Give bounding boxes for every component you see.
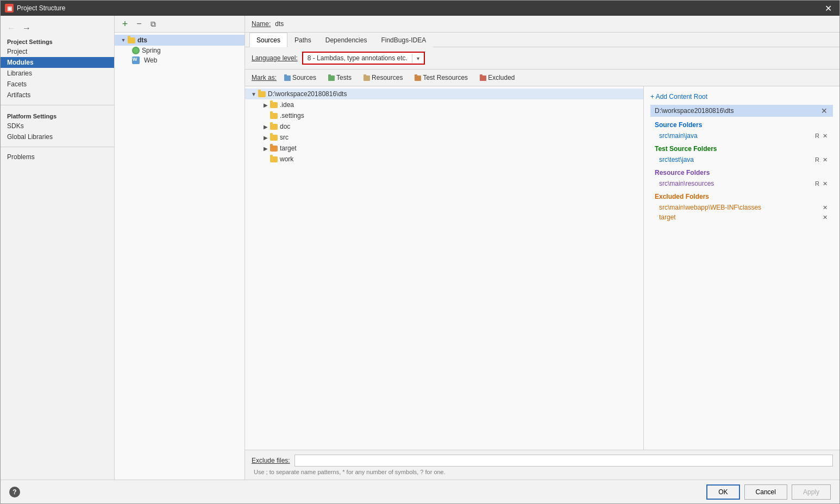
resource-folder-remove-button-0[interactable]: ✕ — [822, 180, 829, 187]
exclude-files-label: Exclude files: — [252, 457, 290, 464]
file-tree-panel: ▼ D:\workspace20180816\dts ▶ .idea — [245, 86, 644, 450]
language-level-arrow: ▾ — [412, 54, 424, 63]
test-source-folder-path-0: src\test\java — [659, 156, 814, 163]
test-source-folder-r-button-0[interactable]: R — [814, 156, 820, 163]
language-level-bar: Language level: 8 - Lambdas, type annota… — [245, 47, 839, 70]
sidebar-item-artifacts[interactable]: Artifacts — [1, 90, 114, 100]
module-tree-panel: + − ⧉ ▼ dts Spring Web — [115, 16, 245, 480]
content-root-path-label: D:\workspace20180816\dts — [655, 107, 734, 115]
sidebar: ← → Project Settings Project Modules Lib… — [1, 16, 115, 480]
mark-resources-button[interactable]: Resources — [359, 73, 407, 83]
sidebar-item-libraries[interactable]: Libraries — [1, 68, 114, 79]
help-button[interactable]: ? — [9, 487, 20, 497]
expand-src-icon[interactable]: ▶ — [261, 133, 270, 142]
footer: ? OK Cancel Apply — [1, 480, 839, 503]
idea-label: .idea — [280, 101, 294, 109]
file-idea-row[interactable]: ▶ .idea — [245, 99, 643, 110]
file-target-row[interactable]: ▶ target — [245, 143, 643, 154]
tab-sources[interactable]: Sources — [249, 33, 287, 47]
ok-button[interactable]: OK — [706, 484, 739, 500]
mark-excluded-button[interactable]: Excluded — [475, 73, 519, 83]
file-root-row[interactable]: ▼ D:\workspace20180816\dts — [245, 89, 643, 99]
source-folders-section: Source Folders src\main\java R ✕ — [650, 119, 833, 143]
add-content-root-button[interactable]: + Add Content Root — [644, 91, 714, 103]
resources-folder-icon — [363, 75, 370, 81]
resource-folders-title: Resource Folders — [655, 169, 829, 177]
resource-folder-r-button-0[interactable]: R — [814, 180, 820, 187]
expand-doc-icon[interactable]: ▶ — [261, 122, 270, 131]
cancel-button[interactable]: Cancel — [744, 484, 787, 500]
tab-findbugs[interactable]: FindBugs-IDEA — [374, 33, 433, 47]
expand-root-icon[interactable]: ▼ — [249, 90, 258, 98]
tab-paths[interactable]: Paths — [287, 33, 318, 47]
title-bar: ▣ Project Structure ✕ — [1, 1, 839, 16]
excluded-folder-actions-0: ✕ — [822, 204, 829, 211]
remove-module-button[interactable]: − — [133, 18, 145, 30]
test-source-folder-remove-button-0[interactable]: ✕ — [822, 156, 829, 163]
sidebar-item-global-libraries[interactable]: Global Libraries — [1, 131, 114, 142]
language-level-label: Language level: — [252, 54, 298, 62]
module-spring-row[interactable]: Spring — [115, 46, 245, 55]
add-module-button[interactable]: + — [119, 18, 131, 30]
test-source-folders-title: Test Source Folders — [655, 145, 829, 153]
name-bar: Name: dts — [245, 16, 839, 33]
sidebar-item-facets[interactable]: Facets — [1, 79, 114, 90]
resource-folder-path-0: src\main\resources — [659, 180, 814, 187]
target-folder-icon — [270, 146, 278, 152]
settings-expand-placeholder — [261, 111, 270, 120]
resource-folder-entry-0: src\main\resources R ✕ — [655, 179, 829, 188]
dialog-title: Project Structure — [17, 4, 65, 12]
mark-test-resources-button[interactable]: Test Resources — [410, 73, 472, 83]
main-content: Name: dts Sources Paths Dependencies Fin… — [245, 16, 839, 480]
tests-folder-icon — [328, 75, 335, 81]
mark-sources-button[interactable]: Sources — [280, 73, 321, 83]
exclude-hint: Use ; to separate name patterns, * for a… — [252, 469, 833, 475]
excluded-folder-icon — [480, 75, 486, 81]
expand-target-icon[interactable]: ▶ — [261, 144, 270, 153]
excluded-folder-remove-button-0[interactable]: ✕ — [822, 204, 829, 211]
mark-as-bar: Mark as: Sources Tests Resources — [245, 70, 839, 86]
source-folder-remove-button-0[interactable]: ✕ — [822, 133, 829, 140]
doc-label: doc — [280, 123, 290, 130]
remove-content-root-button[interactable]: ✕ — [820, 106, 829, 115]
copy-module-button[interactable]: ⧉ — [147, 18, 159, 30]
nav-back-button[interactable]: ← — [5, 22, 18, 34]
module-web-row[interactable]: Web — [115, 55, 245, 65]
excluded-folders-title: Excluded Folders — [655, 193, 829, 200]
sidebar-item-project[interactable]: Project — [1, 46, 114, 57]
sidebar-item-problems[interactable]: Problems — [1, 152, 114, 162]
src-label: src — [280, 134, 289, 141]
file-doc-row[interactable]: ▶ doc — [245, 121, 643, 132]
module-name-value: dts — [275, 20, 284, 28]
file-settings-row[interactable]: .settings — [245, 110, 643, 121]
source-folder-path-0: src\main\java — [659, 132, 814, 140]
root-folder-icon — [258, 91, 266, 97]
right-panel: + Add Content Root D:\workspace20180816\… — [644, 86, 839, 450]
language-level-select[interactable]: 8 - Lambdas, type annotations etc. ▾ — [302, 52, 425, 65]
excluded-folder-entry-1: target ✕ — [655, 212, 829, 222]
mark-tests-button[interactable]: Tests — [324, 73, 356, 83]
expand-dts-icon[interactable]: ▼ — [119, 36, 128, 45]
source-folder-r-button-0[interactable]: R — [814, 133, 820, 140]
test-resources-folder-icon — [415, 75, 421, 81]
excluded-folder-remove-button-1[interactable]: ✕ — [822, 214, 829, 221]
sidebar-item-sdks[interactable]: SDKs — [1, 121, 114, 131]
module-dts-row[interactable]: ▼ dts — [115, 35, 245, 46]
nav-forward-button[interactable]: → — [20, 22, 33, 34]
close-button[interactable]: ✕ — [822, 2, 835, 15]
tab-dependencies[interactable]: Dependencies — [318, 33, 374, 47]
expand-idea-icon[interactable]: ▶ — [261, 100, 270, 109]
sidebar-item-modules[interactable]: Modules — [1, 57, 114, 68]
file-work-row[interactable]: work — [245, 154, 643, 165]
tabs-bar: Sources Paths Dependencies FindBugs-IDEA — [245, 33, 839, 47]
source-folder-entry-0: src\main\java R ✕ — [655, 131, 829, 141]
mark-as-label: Mark as: — [252, 74, 277, 81]
work-label: work — [280, 155, 293, 163]
file-src-row[interactable]: ▶ src — [245, 132, 643, 143]
exclude-files-input[interactable] — [294, 455, 833, 467]
doc-folder-icon — [270, 124, 278, 130]
excluded-folder-actions-1: ✕ — [822, 214, 829, 221]
apply-button[interactable]: Apply — [792, 484, 831, 500]
name-label: Name: — [252, 20, 271, 28]
project-settings-label: Project Settings — [1, 35, 114, 46]
